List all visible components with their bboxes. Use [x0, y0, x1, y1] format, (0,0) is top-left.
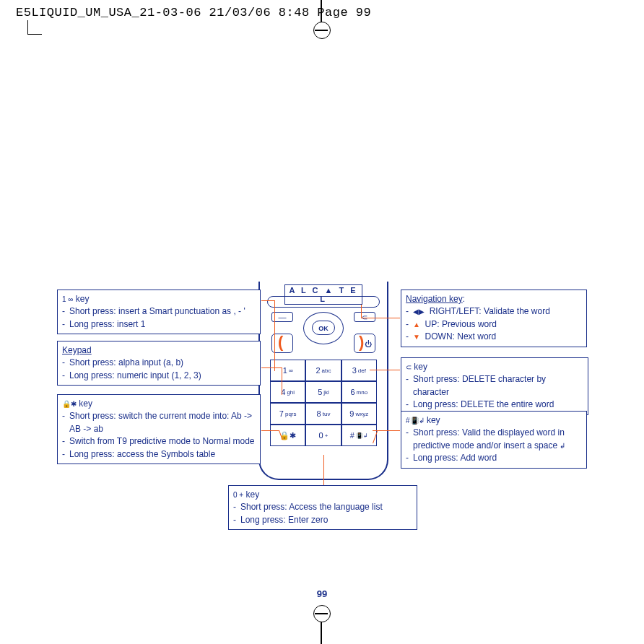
corner-mark — [27, 20, 42, 35]
soft-key-right — [354, 312, 375, 322]
crop-mark-bottom — [321, 618, 322, 644]
down-icon: ▼ — [413, 333, 420, 341]
key-0: 0+ — [305, 425, 341, 446]
print-header: E5LIQUID_UM_USA_21-03-06 21/03/06 8:48 P… — [16, 6, 371, 19]
key-star: 🔒✱ — [270, 425, 305, 446]
leader-c — [370, 370, 400, 370]
key-7: 7pqrs — [270, 403, 305, 425]
key1-icon: 1 ∞ — [62, 295, 73, 303]
end-key — [354, 334, 375, 353]
callout-zero: 0 + key -Short press: Access the languag… — [228, 485, 417, 530]
star-icon: 🔒✱ — [62, 400, 77, 408]
callout-key1: 1 ∞ key -Short press: insert a Smart pun… — [57, 290, 261, 334]
callout-star: 🔒✱ key -Short press: switch the current … — [57, 394, 261, 464]
leader-nav-v — [361, 305, 362, 318]
leader-star — [261, 430, 279, 431]
key-5: 5jkl — [305, 381, 341, 403]
crop-mark-bottom-h — [315, 613, 328, 614]
callout-keypad: Keypad -Short press: alpha input (a, b) … — [57, 341, 261, 386]
key-8: 8tuv — [305, 403, 341, 425]
callout-nav: Navigation key: -◀▶ RIGHT/LEFT: Validate… — [401, 290, 587, 347]
overlay-strip — [267, 296, 380, 308]
leader-zero — [323, 455, 324, 485]
key-1: 1∞ — [270, 360, 305, 381]
key-2: 2abc — [305, 360, 341, 381]
key-hash: #📳↲ — [341, 425, 377, 446]
key-9: 9wxyz — [341, 403, 377, 425]
key-6: 6mno — [341, 381, 377, 403]
leader-nav — [361, 318, 400, 318]
callout-hash: #📳↲ key -Short press: Valid the displaye… — [401, 411, 587, 469]
callout-ckey: ⊂ key -Short press: DELETE character by … — [401, 357, 588, 415]
key-4: 4ghi — [270, 381, 305, 403]
phone-illustration: A L C ▲ T E L OK 1∞ 2abc 3def 4ghi 5jkl … — [258, 282, 388, 480]
crop-mark-top-h — [315, 30, 328, 31]
leader-key1-h — [261, 300, 274, 301]
page-number: 99 — [0, 588, 644, 599]
zero-icon: 0 + — [233, 491, 243, 499]
leader-keypad-v — [282, 367, 282, 395]
c-icon: ⊂ — [406, 363, 412, 371]
key-3: 3def — [341, 360, 377, 381]
leader-key1-v — [274, 300, 275, 371]
crop-mark-top — [321, 0, 322, 26]
keypad: 1∞ 2abc 3def 4ghi 5jkl 6mno 7pqrs 8tuv 9… — [270, 360, 377, 446]
ok-key: OK — [312, 321, 335, 335]
left-right-icon: ◀▶ — [413, 308, 425, 316]
leader-keypad — [261, 367, 282, 368]
enter-icon: ↲ — [560, 441, 565, 449]
hash-icon: #📳↲ — [406, 417, 425, 425]
up-icon: ▲ — [413, 320, 420, 328]
